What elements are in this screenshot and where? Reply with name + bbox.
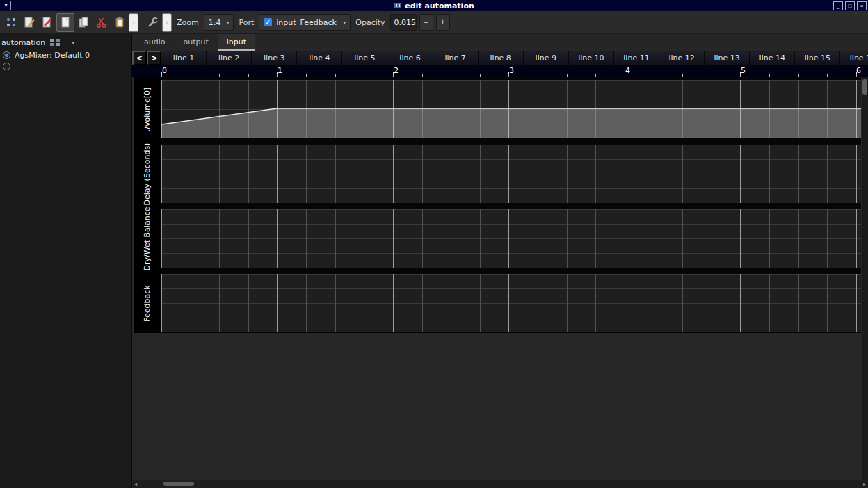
scrollbar-left-arrow[interactable]: ◂: [132, 480, 139, 488]
scrollbar-right-arrow[interactable]: ▸: [861, 480, 868, 488]
automation-header: automation ▾: [0, 34, 131, 49]
machine-radio-label: AgsMixer: Default 0: [15, 51, 90, 60]
select-tool-button[interactable]: [56, 13, 74, 32]
cut-button[interactable]: [93, 13, 111, 32]
port-channel: input: [276, 18, 296, 27]
tab-audio[interactable]: audio: [135, 34, 174, 51]
window-title-area: edit automation: [0, 0, 868, 11]
automation-icon: [49, 38, 61, 47]
line-header[interactable]: line 5: [342, 51, 387, 65]
chevron-down-icon: ▾: [226, 19, 229, 26]
line-header[interactable]: line 13: [705, 51, 750, 65]
app-icon: [394, 1, 402, 10]
lane-label-drywet: Dry/Wet Balance: [134, 209, 161, 268]
opacity-decrement-button[interactable]: −: [419, 14, 433, 31]
line-header[interactable]: line 7: [433, 51, 479, 65]
paste-button[interactable]: [111, 13, 129, 32]
tab-input[interactable]: input: [218, 34, 255, 51]
opacity-increment-button[interactable]: +: [436, 14, 450, 31]
lane-label-feedback: Feedback: [134, 274, 161, 332]
ruler: 0 1 2 3 4 5 6: [132, 65, 868, 77]
paste-dropdown-arrow[interactable]: ▾: [129, 13, 138, 32]
scroll-right-button[interactable]: >: [147, 51, 161, 65]
edit-tool-button[interactable]: [20, 13, 38, 32]
line-header-row: < > line 1 line 2 line 3 line 4 line 5 l…: [132, 51, 868, 65]
lane-label-strip: ./volume[0] Delay (Seconds) Dry/Wet Bala…: [134, 77, 161, 333]
lane-scroll-area: ./volume[0] Delay (Seconds) Dry/Wet Bala…: [132, 77, 868, 480]
position-cursor-button[interactable]: [2, 13, 20, 32]
line-header[interactable]: line 12: [659, 51, 705, 65]
automation-curve: [161, 80, 861, 138]
position-cursor-icon: [5, 16, 17, 29]
line-header[interactable]: line 8: [479, 51, 524, 65]
machine-radio-unselected[interactable]: [3, 63, 10, 70]
toolbar: ▾ ▾ Zoom 1:4 ▾ Port ✓ input Feedback ▾ O…: [0, 11, 868, 34]
clear-tool-button[interactable]: [38, 13, 56, 32]
port-combobox[interactable]: ✓ input Feedback ▾: [259, 14, 351, 31]
machine-radio-selected[interactable]: [3, 51, 10, 59]
automation-lane-delay[interactable]: [161, 145, 861, 203]
automation-lane-volume[interactable]: [161, 80, 861, 138]
window-controls: _ □ ×: [830, 1, 867, 10]
chevron-down-icon: ▾: [343, 19, 346, 26]
port-label: Port: [239, 18, 254, 27]
automation-grid: [161, 77, 861, 333]
line-header[interactable]: line 4: [297, 51, 342, 65]
cut-icon: [95, 16, 108, 29]
clear-icon: [41, 16, 54, 29]
zoom-label: Zoom: [177, 18, 199, 27]
select-icon: [59, 16, 72, 29]
zoom-combobox[interactable]: 1:4 ▾: [204, 14, 234, 31]
line-header[interactable]: line 16: [840, 51, 868, 65]
window-title: edit automation: [405, 1, 474, 10]
horizontal-scrollbar[interactable]: ◂ ▸: [132, 480, 868, 488]
line-header[interactable]: line 2: [207, 51, 252, 65]
lane-label-delay: Delay (Seconds): [134, 145, 161, 203]
maximize-button[interactable]: □: [845, 1, 855, 10]
automation-label: automation: [1, 38, 45, 47]
line-header[interactable]: line 10: [569, 51, 614, 65]
automation-curve-fill: [161, 108, 861, 138]
line-header[interactable]: line 9: [524, 51, 569, 65]
automation-lane-drywet[interactable]: [161, 209, 861, 268]
automation-lane-feedback[interactable]: [161, 274, 861, 332]
copy-button[interactable]: [74, 13, 93, 32]
minimize-button[interactable]: _: [833, 1, 843, 10]
scroll-left-button[interactable]: <: [132, 51, 147, 65]
line-header[interactable]: line 6: [387, 51, 433, 65]
line-header[interactable]: line 15: [795, 51, 840, 65]
zoom-value: 1:4: [209, 18, 221, 27]
vertical-scrollbar[interactable]: [862, 77, 868, 480]
line-header[interactable]: line 3: [252, 51, 297, 65]
line-header[interactable]: line 14: [750, 51, 795, 65]
machine-radio-row[interactable]: [0, 61, 131, 72]
line-header[interactable]: line 1: [161, 51, 207, 65]
lane-label-volume: ./volume[0]: [134, 80, 161, 138]
tool-popup-dropdown-arrow[interactable]: ▾: [162, 13, 172, 32]
edit-automation-window: ▾ edit automation _ □ ×: [0, 0, 868, 488]
edit-icon: [23, 16, 35, 29]
opacity-value: 0.015: [394, 18, 417, 27]
copy-icon: [77, 16, 90, 29]
machine-sidebar: automation ▾ AgsMixer: Default 0: [0, 34, 132, 488]
tool-popup-button[interactable]: [144, 13, 162, 32]
tool-popup-icon: [147, 16, 159, 29]
paste-icon: [113, 16, 126, 29]
automation-editor: audio output input < > line 1 line 2 lin…: [132, 34, 868, 488]
close-button[interactable]: ×: [857, 1, 867, 10]
opacity-input[interactable]: 0.015: [390, 14, 417, 31]
tab-output[interactable]: output: [174, 34, 217, 51]
machine-radio-row[interactable]: AgsMixer: Default 0: [0, 49, 131, 61]
scope-tabs: audio output input: [135, 34, 255, 51]
titlebar: ▾ edit automation _ □ ×: [0, 0, 868, 11]
vertical-scrollbar-thumb[interactable]: [862, 79, 867, 95]
opacity-label: Opacity: [355, 18, 385, 27]
line-header[interactable]: line 11: [614, 51, 659, 65]
port-checkbox[interactable]: ✓: [264, 18, 272, 26]
machine-dropdown-arrow[interactable]: ▾: [72, 40, 74, 46]
port-name: Feedback: [300, 18, 337, 27]
horizontal-scrollbar-thumb[interactable]: [163, 482, 194, 486]
